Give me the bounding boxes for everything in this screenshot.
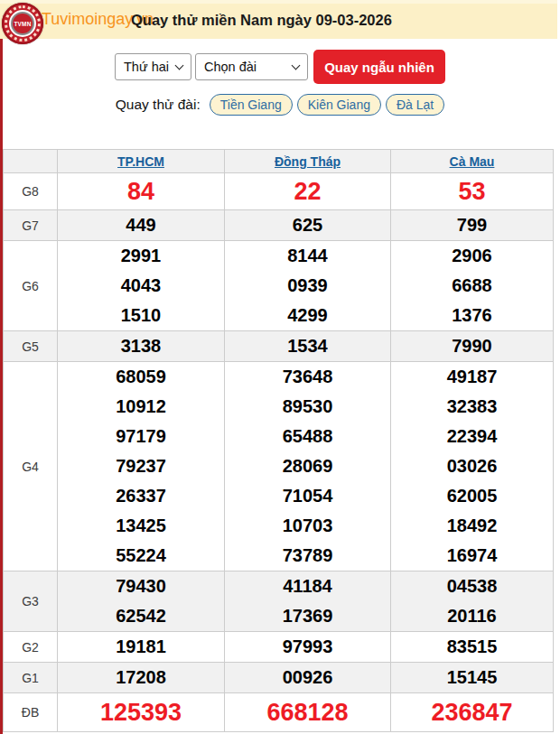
station-column-link-dong-thap[interactable]: Đồng Tháp <box>275 154 341 169</box>
prize-number: 8144 <box>225 241 390 271</box>
prize-cell: 7943062542 <box>58 571 225 632</box>
prize-cell: 449 <box>58 210 225 241</box>
prize-cell: 49187323832239403026620051849216974 <box>391 362 554 571</box>
prize-number: 79430 <box>58 571 224 601</box>
prize-number: 13425 <box>58 511 224 541</box>
prize-number: 00926 <box>225 663 390 692</box>
prize-number: 449 <box>58 210 224 240</box>
logo-decorative-ring <box>5 5 41 42</box>
prize-number: 26337 <box>58 481 224 511</box>
prize-number: 28069 <box>225 451 390 481</box>
day-select-value: Thứ hai <box>124 60 169 74</box>
table-row-g8: G8842253 <box>4 173 554 210</box>
prize-cell: 299140431510 <box>58 241 225 331</box>
table-row-g6: G6299140431510814409394299290666881376 <box>4 241 554 331</box>
station-column-header: Đồng Tháp <box>225 150 391 173</box>
prize-cell: 4118417369 <box>225 571 391 632</box>
prize-cell: 0453820116 <box>391 571 554 632</box>
prize-number: 2991 <box>58 241 224 271</box>
prize-number: 20116 <box>391 601 553 631</box>
prize-cell: 17208 <box>58 663 225 693</box>
prize-number: 1376 <box>391 301 553 330</box>
prize-cell: 3138 <box>58 331 225 362</box>
prize-label: G3 <box>4 571 58 632</box>
prize-number: 17369 <box>225 601 390 631</box>
station-pills-container: Tiền GiangKiên GiangĐà Lạt <box>210 94 445 116</box>
prize-number: 79237 <box>58 451 224 481</box>
station-select[interactable]: Chọn đài <box>195 53 308 80</box>
prize-number: 668128 <box>225 693 390 731</box>
station-column-link-ca-mau[interactable]: Cà Mau <box>450 154 495 169</box>
prize-number: 2906 <box>391 241 553 271</box>
prize-number: 18492 <box>391 511 553 541</box>
prize-number: 32383 <box>391 392 553 422</box>
station-column-header: TP.HCM <box>58 150 225 173</box>
table-row-db: ĐB125393668128236847 <box>4 693 554 732</box>
header-top-strip <box>0 0 557 4</box>
prize-cell: 814409394299 <box>225 241 391 331</box>
trial-stations-label: Quay thử đài: <box>116 97 201 113</box>
table-header-row: TP.HCMĐồng ThápCà Mau <box>4 150 554 173</box>
prize-number: 22394 <box>391 422 553 451</box>
prize-label: G8 <box>4 173 58 210</box>
header-bar: Tuvimoingay.vn Quay thử miền Nam ngày 09… <box>0 0 557 39</box>
prize-number: 83515 <box>391 632 553 662</box>
prize-number: 53 <box>391 173 553 209</box>
prize-number: 625 <box>225 210 390 240</box>
prize-number: 16974 <box>391 541 553 571</box>
prize-cell: 15145 <box>391 663 554 693</box>
day-select[interactable]: Thứ hai <box>115 53 191 80</box>
random-spin-button[interactable]: Quay ngẫu nhiên <box>313 50 445 84</box>
prize-label: G1 <box>4 663 58 693</box>
prize-number: 125393 <box>58 693 224 731</box>
prize-number: 19181 <box>58 632 224 662</box>
trial-stations-row: Quay thử đài: Tiền GiangKiên GiangĐà Lạt <box>0 94 560 116</box>
page-title: Quay thử miền Nam ngày 09-03-2026 <box>131 12 392 29</box>
prize-cell: 97993 <box>225 632 391 663</box>
station-pill-da-lat[interactable]: Đà Lạt <box>386 94 444 116</box>
prize-label: ĐB <box>4 693 58 732</box>
table-corner-cell <box>4 150 58 173</box>
chevron-down-icon <box>292 60 301 70</box>
site-logo[interactable]: TVMN <box>2 3 43 44</box>
prize-number: 04538 <box>391 571 553 601</box>
prize-number: 84 <box>58 173 224 209</box>
prize-label: G7 <box>4 210 58 241</box>
prize-cell: 83515 <box>391 632 554 663</box>
prize-number: 1534 <box>225 331 390 361</box>
station-pill-kien-giang[interactable]: Kiên Giang <box>297 94 381 116</box>
prize-label: G5 <box>4 331 58 362</box>
station-pill-tien-giang[interactable]: Tiền Giang <box>210 94 293 116</box>
table-row-g3: G3794306254241184173690453820116 <box>4 571 554 632</box>
prize-cell: 668128 <box>225 693 391 732</box>
prize-cell: 236847 <box>391 693 554 732</box>
prize-number: 15145 <box>391 663 553 692</box>
table-row-g5: G5313815347990 <box>4 331 554 362</box>
prize-number: 7990 <box>391 331 553 361</box>
prize-number: 1510 <box>58 301 224 330</box>
prize-number: 65488 <box>225 422 390 451</box>
prize-cell: 1534 <box>225 331 391 362</box>
prize-cell: 73648895306548828069710541070373789 <box>225 362 391 571</box>
prize-number: 10912 <box>58 392 224 422</box>
prize-number: 6688 <box>391 271 553 301</box>
prize-cell: 22 <box>225 173 391 210</box>
prize-number: 41184 <box>225 571 390 601</box>
prize-label: G2 <box>4 632 58 663</box>
prize-label: G6 <box>4 241 58 331</box>
prize-number: 03026 <box>391 451 553 481</box>
prize-number: 49187 <box>391 362 553 392</box>
station-select-value: Chọn đài <box>204 60 257 74</box>
prize-cell: 84 <box>58 173 225 210</box>
controls-row: Thứ hai Chọn đài Quay ngẫu nhiên <box>0 50 560 84</box>
prize-number: 62005 <box>391 481 553 511</box>
station-column-link-tp-hcm[interactable]: TP.HCM <box>117 154 164 169</box>
prize-number: 236847 <box>391 693 553 731</box>
table-row-g2: G2191819799383515 <box>4 632 554 663</box>
prize-number: 10703 <box>225 511 390 541</box>
table-row-g7: G7449625799 <box>4 210 554 241</box>
page: Tuvimoingay.vn Quay thử miền Nam ngày 09… <box>0 0 560 734</box>
results-table: TP.HCMĐồng ThápCà Mau G8842253G744962579… <box>3 149 554 732</box>
station-column-header: Cà Mau <box>391 150 554 173</box>
prize-cell: 68059109129717979237263371342555224 <box>58 362 225 571</box>
